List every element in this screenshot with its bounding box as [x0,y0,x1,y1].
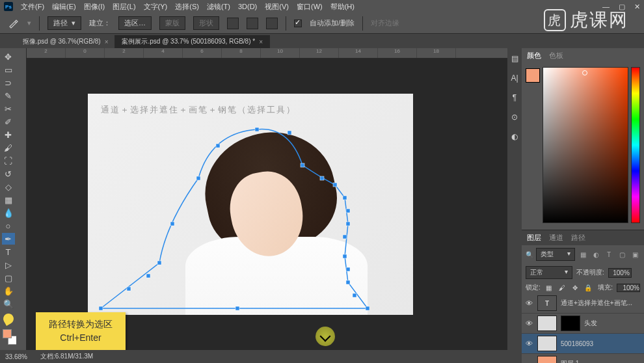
filter-adjust-icon[interactable]: ◐ [591,249,601,260]
menu-file[interactable]: 文件(F) [21,2,44,12]
auto-add-checkbox[interactable] [294,20,302,27]
menu-window[interactable]: 窗口(W) [297,2,323,12]
hand-tool-icon[interactable]: ✋ [2,285,15,297]
pen-tool-icon[interactable]: ✒ [2,233,15,245]
blur-tool-icon[interactable]: 💧 [2,207,15,219]
banana-icon [1,312,16,326]
filter-smart-icon[interactable]: ▣ [630,249,640,260]
doc-size-readout[interactable]: 文档:6.81M/31.3M [40,352,93,361]
color-field[interactable] [543,67,628,223]
shape-tool-icon[interactable]: ▢ [2,272,15,284]
menu-type[interactable]: 文字(Y) [144,2,168,12]
menu-3d[interactable]: 3D(D) [238,3,257,10]
zoom-readout[interactable]: 33.68% [5,353,27,360]
layer-thumb: T [537,295,557,311]
filter-type-icon[interactable]: T [604,249,614,260]
type-tool-icon[interactable]: T [2,246,15,258]
brush-tool-icon[interactable]: 🖌 [2,142,15,154]
brush-panel-icon[interactable]: ⊙ [508,111,521,124]
eraser-tool-icon[interactable]: ◇ [2,181,15,193]
ps-logo-icon: Ps [4,2,13,11]
layer-row[interactable]: 👁 500186093 [522,334,644,354]
blend-mode-select[interactable]: 正常▾ [526,266,572,279]
visibility-icon[interactable]: 👁 [524,299,533,307]
path-align-icon[interactable] [247,18,258,29]
filter-pixel-icon[interactable]: ▦ [578,249,588,260]
opacity-input[interactable] [608,268,632,278]
menu-image[interactable]: 图像(I) [84,2,105,12]
para-panel-icon[interactable]: ¶ [508,91,521,104]
visibility-icon[interactable]: 👁 [524,319,533,327]
photo-subject [153,120,355,315]
doc-tab-2[interactable]: 案例展示.psd @ 33.7% (500186093, RGB/8) *× [115,35,270,48]
crop-tool-icon[interactable]: ✂ [2,103,15,114]
fill-input[interactable] [617,284,640,292]
path-arrange-icon[interactable] [266,18,278,29]
layer-row[interactable]: 👁 T 通道+选择并遮住+画笔... [522,293,644,314]
tools-panel: ✥ ▭ ⊃ ✎ ✂ ✐ ✚ 🖌 ⛶ ↺ ◇ ▦ 💧 ○ ✒ T ▷ ▢ ✋ 🔍 [0,48,16,350]
menu-edit[interactable]: 编辑(E) [52,2,76,12]
lock-all-icon[interactable]: 🔒 [584,283,593,292]
svg-rect-20 [127,287,131,291]
channels-tab[interactable]: 通道 [549,233,563,243]
color-tab[interactable]: 颜色 [527,51,541,60]
move-tool-icon[interactable]: ✥ [2,51,15,62]
marquee-tool-icon[interactable]: ▭ [2,64,15,75]
char-panel-icon[interactable]: A| [508,72,521,85]
brush-preset-icon[interactable]: ◐ [508,130,521,143]
menu-layer[interactable]: 图层(L) [113,2,135,12]
lock-paint-icon[interactable]: 🖌 [557,283,567,292]
lasso-tool-icon[interactable]: ⊃ [2,77,15,88]
menu-view[interactable]: 视图(V) [265,2,289,12]
gradient-tool-icon[interactable]: ▦ [2,194,15,206]
doc-heading-text: 通道＋选择并遮住＋画笔＋钢笔（选择工具） [101,104,296,116]
document-tabs: 抠像.psd @ 36.7%(RGB/8)× 案例展示.psd @ 33.7% … [0,34,644,48]
history-icon[interactable]: ▤ [508,52,521,65]
heal-tool-icon[interactable]: ✚ [2,129,15,141]
layer-row[interactable]: 👁 头发 [522,314,644,334]
menu-select[interactable]: 选择(S) [175,2,199,12]
document: 通道＋选择并遮住＋画笔＋钢笔（选择工具） [88,94,413,315]
path-combine-icon[interactable] [227,18,239,29]
align-edges-label: 对齐边缘 [371,18,399,28]
pen-mode-select[interactable]: 路径▾ [47,16,81,30]
cursor-highlight-icon [315,327,335,346]
layer-filter-select[interactable]: 类型▾ [536,248,575,261]
make-selection-button[interactable]: 选区… [118,16,152,30]
mask-thumb [561,316,580,331]
watermark-logo-icon: 虎 [544,9,566,31]
eyedropper-tool-icon[interactable]: ✐ [2,116,15,128]
stamp-tool-icon[interactable]: ⛶ [2,155,15,167]
zoom-tool-icon[interactable]: 🔍 [2,298,15,310]
tutorial-tooltip: 路径转换为选区 Ctrl+Enter [36,312,126,350]
layer-row[interactable]: 图层 1 [522,354,644,363]
make-mask-button[interactable]: 蒙版 [159,16,185,30]
menu-filter[interactable]: 滤镜(T) [207,2,230,12]
lock-pos-icon[interactable]: ✥ [570,283,580,292]
foreground-swatch[interactable] [526,68,540,83]
make-shape-button[interactable]: 形状 [193,16,219,30]
dodge-tool-icon[interactable]: ○ [2,220,15,232]
visibility-icon[interactable]: 👁 [524,340,533,347]
paths-tab[interactable]: 路径 [571,233,585,243]
layer-thumb [537,316,557,331]
quick-select-tool-icon[interactable]: ✎ [2,90,15,101]
canvas-area[interactable]: 2024681012141618 通道＋选择并遮住＋画笔＋钢笔（选择工具） [16,48,507,350]
layer-thumb [537,356,557,363]
layer-thumb [537,336,557,351]
history-brush-tool-icon[interactable]: ↺ [2,168,15,180]
color-swatch[interactable] [3,329,14,341]
svg-rect-0 [99,306,103,310]
layers-tab[interactable]: 图层 [527,233,541,243]
menu-help[interactable]: 帮助(H) [330,2,355,12]
ruler-horizontal: 2024681012141618 [27,48,507,59]
close-icon[interactable]: ✕ [634,3,640,11]
swatches-tab[interactable]: 色板 [549,51,563,60]
hue-slider[interactable] [631,67,640,223]
path-select-tool-icon[interactable]: ▷ [2,259,15,271]
tab-close-icon[interactable]: × [259,38,263,46]
lock-trans-icon[interactable]: ▦ [544,283,554,292]
tab-close-icon[interactable]: × [105,38,109,46]
doc-tab-1[interactable]: 抠像.psd @ 36.7%(RGB/8)× [16,35,115,48]
filter-shape-icon[interactable]: ▢ [617,249,627,260]
